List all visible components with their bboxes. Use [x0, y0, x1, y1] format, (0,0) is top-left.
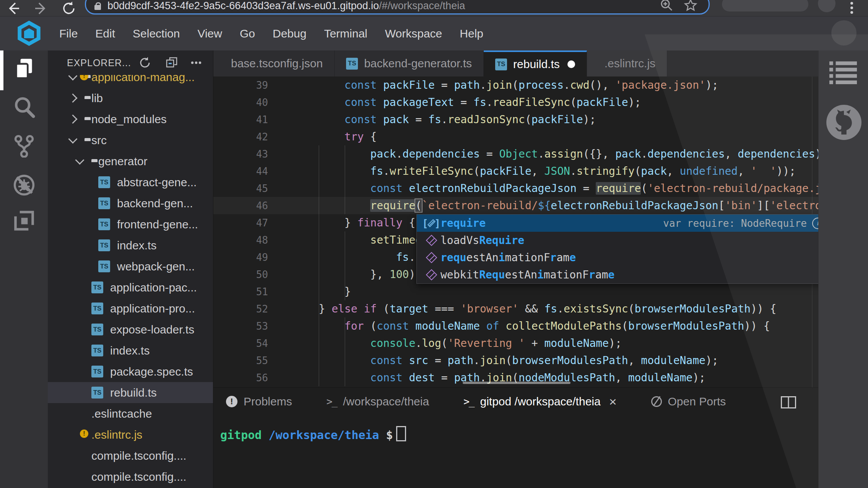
- panel-tab-open-ports[interactable]: Open Ports: [651, 395, 726, 408]
- suggest-label: webkitRequestAnimationFrame: [441, 268, 614, 281]
- suggest-item[interactable]: webkitRequestAnimationFrame: [417, 266, 818, 283]
- suggest-item[interactable]: loadVsRequire: [417, 232, 818, 249]
- suggest-item[interactable]: []requirevar require: NodeRequirei: [417, 215, 818, 232]
- forward-icon[interactable]: [34, 1, 49, 16]
- tree-item-node-modules[interactable]: node_modules: [48, 109, 213, 130]
- tab-backend-generator.ts[interactable]: TSbackend-generator.ts: [335, 50, 484, 76]
- refresh-icon[interactable]: [139, 57, 151, 69]
- tree-item-rebuild.ts[interactable]: TSrebuild.ts: [48, 382, 213, 403]
- tree-item-package.spec.ts[interactable]: TSpackage.spec.ts: [48, 361, 213, 382]
- menu-terminal[interactable]: Terminal: [324, 27, 367, 40]
- browser-extension-area[interactable]: [722, 0, 808, 11]
- code-line-40[interactable]: 40 const packageText = fs.readFileSync(p…: [213, 94, 818, 111]
- tab-.eslintrc.js[interactable]: .eslintrc.js: [587, 50, 667, 76]
- menu-file[interactable]: File: [59, 27, 78, 40]
- outline-icon[interactable]: [829, 61, 857, 85]
- tree-item-application-pro...[interactable]: TSapplication-pro...: [48, 298, 213, 319]
- ts-icon: TS: [91, 303, 103, 314]
- tree-item-webpack-gen...[interactable]: TSwebpack-gen...: [48, 256, 213, 277]
- tree-item-application-pac...[interactable]: TSapplication-pac...: [48, 277, 213, 298]
- tree-item-index.ts[interactable]: TSindex.ts: [48, 340, 213, 361]
- star-icon[interactable]: [683, 0, 698, 13]
- collapse-all-icon[interactable]: [166, 57, 178, 69]
- back-icon[interactable]: [5, 1, 21, 16]
- github-icon[interactable]: [826, 104, 862, 141]
- panel-tab--workspace-theia[interactable]: >_/workspace/theia: [327, 395, 429, 408]
- line-number: 47: [213, 217, 268, 229]
- code-text: } finally {: [268, 216, 415, 229]
- menu-selection[interactable]: Selection: [133, 27, 180, 40]
- tree-item-frontend-gene...[interactable]: TSfrontend-gene...: [48, 214, 213, 235]
- menu-workspace[interactable]: Workspace: [385, 27, 442, 40]
- address-bar[interactable]: b0dd9cdf-3453-4fe2-9a5c-66403d3ea7af.ws-…: [85, 0, 710, 15]
- code-line-53[interactable]: 53 for (const moduleName of collectModul…: [213, 317, 818, 335]
- panel-tab-problems[interactable]: !Problems: [226, 395, 292, 408]
- code-line-43[interactable]: 43 pack.dependencies = Object.assign({},…: [213, 145, 818, 163]
- tree-item-expose-loader.ts[interactable]: TSexpose-loader.ts: [48, 319, 213, 340]
- files-icon[interactable]: [13, 57, 36, 80]
- tree-item-label: .eslintrc.js: [91, 428, 142, 441]
- tree-item-lib[interactable]: lib: [48, 88, 213, 109]
- panel-tab-gitpod-workspace-theia[interactable]: >_gitpod /workspace/theia×: [463, 394, 616, 409]
- source-control-icon[interactable]: [13, 135, 36, 158]
- explorer-title: EXPLORER...: [67, 57, 131, 68]
- code-line-44[interactable]: 44 fs.writeFileSync(packFile, JSON.strin…: [213, 163, 818, 180]
- code-line-41[interactable]: 41 const pack = fs.readJsonSync(packFile…: [213, 111, 818, 128]
- close-icon[interactable]: ×: [609, 394, 617, 409]
- gitpod-logo: [16, 21, 42, 46]
- ts-icon: TS: [495, 59, 507, 70]
- code-line-46[interactable]: 46 require(`electron-rebuild/${electronR…: [213, 197, 818, 214]
- line-number: 49: [213, 252, 268, 263]
- tree-item-index.ts[interactable]: TSindex.ts: [48, 235, 213, 256]
- unsaved-dot-icon[interactable]: [567, 60, 575, 68]
- menu-edit[interactable]: Edit: [95, 27, 115, 40]
- right-sidebar: [818, 50, 868, 488]
- debug-off-icon[interactable]: [13, 174, 36, 197]
- code-text: }: [268, 285, 351, 298]
- more-actions-icon[interactable]: [190, 57, 202, 69]
- tree-item-compile.tsconfig....[interactable]: compile.tsconfig....: [48, 445, 213, 466]
- menu-go[interactable]: Go: [240, 27, 255, 40]
- menu-items: FileEditSelectionViewGoDebugTerminalWork…: [59, 16, 483, 51]
- tree-item-.eslintcache[interactable]: .eslintcache: [48, 403, 213, 424]
- zoom-in-icon[interactable]: [660, 0, 673, 12]
- tree-item-compile.tsconfig....[interactable]: compile.tsconfig....: [48, 466, 213, 487]
- browser-profile-avatar[interactable]: [818, 0, 835, 12]
- kebab-menu-icon[interactable]: [850, 0, 853, 16]
- terminal[interactable]: gitpod /workspace/theia $: [220, 426, 406, 442]
- code-line-52[interactable]: 52 } else if (target === 'browser' && fs…: [213, 300, 818, 317]
- code-line-51[interactable]: 51 }: [213, 283, 818, 300]
- code-text: for (const moduleName of collectModulePa…: [268, 320, 770, 332]
- tree-item-generator[interactable]: generator: [48, 151, 213, 172]
- chevron-icon: [75, 155, 84, 164]
- tree-item-backend-gen...[interactable]: TSbackend-gen...: [48, 193, 213, 214]
- keyword-suggestion-icon: []: [422, 218, 441, 229]
- code-line-55[interactable]: 55 const src = path.join(browserModulesP…: [213, 352, 818, 369]
- split-panel-icon[interactable]: [781, 396, 796, 408]
- ts-icon: TS: [91, 366, 103, 377]
- tab-rebuild.ts[interactable]: TSrebuild.ts: [484, 50, 587, 76]
- info-icon[interactable]: i: [812, 218, 818, 229]
- menu-help[interactable]: Help: [460, 27, 483, 40]
- code-text: const packFile = path.join(process.cwd()…: [268, 79, 718, 91]
- code-line-54[interactable]: 54 console.log('Reverting ' + moduleName…: [213, 335, 818, 352]
- code-line-42[interactable]: 42 try {: [213, 128, 818, 145]
- tree-item-src[interactable]: src: [48, 130, 213, 151]
- tree-item-abstract-gene...[interactable]: TSabstract-gene...: [48, 172, 213, 193]
- line-number: 43: [213, 148, 268, 160]
- tab-base.tsconfig.json[interactable]: base.tsconfig.json: [213, 50, 335, 76]
- chevron-icon: [68, 134, 77, 143]
- plugin-icon[interactable]: [13, 209, 36, 232]
- code-text: const pack = fs.readJsonSync(packFile);: [268, 113, 596, 126]
- code-line-45[interactable]: 45 const electronRebuildPackageJson = re…: [213, 180, 818, 197]
- suggest-item[interactable]: requestAnimationFrame: [417, 249, 818, 266]
- tree-item-application-manag...[interactable]: !application-manag...: [48, 75, 213, 88]
- user-avatar[interactable]: [831, 20, 857, 46]
- search-icon[interactable]: [13, 96, 36, 119]
- horizontal-scrollbar[interactable]: [463, 382, 571, 384]
- menu-debug[interactable]: Debug: [273, 27, 306, 40]
- tree-item-.eslintrc.js[interactable]: !.eslintrc.js: [48, 424, 213, 445]
- reload-icon[interactable]: [61, 1, 76, 16]
- menu-view[interactable]: View: [197, 27, 222, 40]
- code-line-39[interactable]: 39 const packFile = path.join(process.cw…: [213, 76, 818, 94]
